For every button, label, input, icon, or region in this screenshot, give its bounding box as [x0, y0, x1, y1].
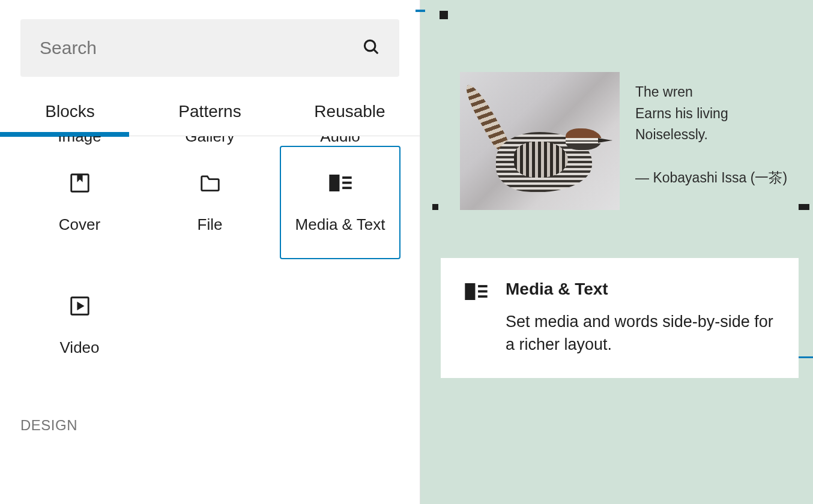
- search-input[interactable]: [40, 38, 362, 58]
- cover-icon: [68, 171, 92, 195]
- search-box[interactable]: [20, 19, 399, 77]
- selection-handle-icon[interactable]: [440, 11, 448, 19]
- block-item-cover[interactable]: Cover: [19, 146, 140, 259]
- tabs: Blocks Patterns Reusable: [0, 86, 420, 136]
- video-icon: [68, 294, 92, 318]
- svg-point-0: [364, 40, 375, 51]
- svg-rect-9: [478, 285, 488, 287]
- media-text-preview: The wren Earns his living Noiselessly. —…: [460, 72, 795, 210]
- preview-panel: The wren Earns his living Noiselessly. —…: [420, 0, 813, 504]
- section-header-design: DESIGN: [0, 387, 420, 446]
- tab-blocks[interactable]: Blocks: [0, 86, 140, 136]
- poem-line: The wren: [635, 82, 795, 103]
- selection-marker-icon: [799, 356, 813, 358]
- selection-handle-icon[interactable]: [416, 10, 425, 12]
- svg-rect-11: [478, 295, 488, 298]
- file-icon: [198, 171, 222, 195]
- blocks-scroll-area[interactable]: Image Gallery Audio Cover: [0, 136, 420, 504]
- block-info-card: Media & Text Set media and words side-by…: [441, 258, 799, 378]
- svg-rect-3: [329, 175, 339, 191]
- tab-patterns[interactable]: Patterns: [140, 86, 280, 136]
- preview-image: [460, 72, 620, 210]
- block-item-media-text[interactable]: Media & Text: [280, 146, 400, 259]
- info-description: Set media and words side-by-side for a r…: [506, 311, 775, 356]
- svg-rect-6: [342, 187, 352, 189]
- svg-rect-10: [478, 290, 488, 293]
- svg-rect-5: [342, 182, 352, 184]
- info-content: Media & Text Set media and words side-by…: [506, 280, 775, 356]
- poem-line: Noiselessly.: [635, 124, 795, 146]
- media-text-icon: [328, 171, 352, 195]
- search-icon: [362, 38, 380, 58]
- block-item-file[interactable]: File: [150, 146, 270, 259]
- tab-reusable[interactable]: Reusable: [280, 86, 420, 136]
- svg-rect-8: [465, 283, 475, 300]
- poem-line: Earns his living: [635, 103, 795, 125]
- block-label: File: [198, 215, 223, 234]
- info-title: Media & Text: [506, 280, 775, 299]
- block-label: Video: [59, 338, 99, 357]
- search-container: [0, 0, 420, 86]
- media-text-icon: [465, 283, 488, 306]
- block-item-video[interactable]: Video: [19, 269, 140, 382]
- selection-handle-icon[interactable]: [799, 204, 809, 210]
- svg-line-1: [373, 49, 378, 53]
- blocks-grid: Cover File: [0, 141, 420, 387]
- poem-attribution: — Kobayashi Issa (一茶): [635, 167, 795, 189]
- svg-rect-4: [342, 176, 352, 179]
- selection-handle-icon[interactable]: [432, 204, 438, 210]
- block-label: Cover: [59, 215, 100, 234]
- block-label: Media & Text: [295, 215, 385, 234]
- inserter-panel: Blocks Patterns Reusable Image Gallery A…: [0, 0, 420, 504]
- preview-text: The wren Earns his living Noiselessly. —…: [635, 72, 795, 189]
